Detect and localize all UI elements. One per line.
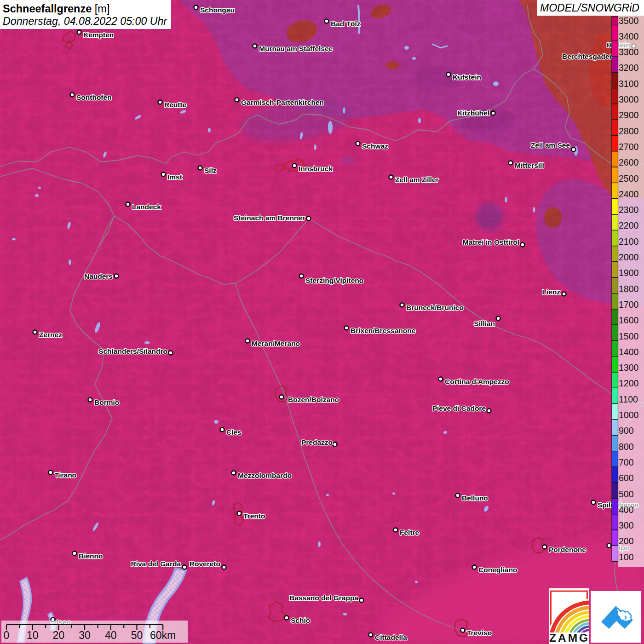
svg-text:600: 600: [619, 473, 634, 483]
svg-text:Nauders: Nauders: [84, 272, 113, 280]
svg-text:2100: 2100: [619, 236, 639, 247]
svg-text:1100: 1100: [619, 394, 638, 404]
svg-text:3300: 3300: [619, 47, 639, 57]
svg-text:Trento: Trento: [243, 512, 265, 520]
svg-text:Belluno: Belluno: [462, 494, 488, 502]
svg-text:Landeck: Landeck: [132, 203, 161, 211]
svg-text:Zernez: Zernez: [39, 331, 62, 339]
svg-text:Berchtesgaden: Berchtesgaden: [562, 52, 614, 60]
svg-text:Silz: Silz: [204, 167, 217, 174]
svg-text:2200: 2200: [619, 220, 639, 230]
svg-text:Reutte: Reutte: [164, 101, 187, 109]
svg-text:Pordenone: Pordenone: [549, 546, 586, 553]
svg-text:Schwaz: Schwaz: [362, 142, 388, 150]
svg-text:Meran/Merano: Meran/Merano: [252, 339, 300, 347]
svg-text:Brixen/Bressanone: Brixen/Bressanone: [351, 327, 416, 334]
svg-text:Sonthofen: Sonthofen: [76, 93, 112, 101]
svg-text:Sillian: Sillian: [474, 320, 495, 328]
svg-text:300: 300: [619, 520, 634, 530]
svg-text:Cittadella: Cittadella: [375, 633, 407, 641]
svg-text:Zell am Ziller: Zell am Ziller: [395, 176, 439, 184]
svg-text:3100: 3100: [619, 79, 639, 89]
svg-text:1700: 1700: [619, 299, 639, 310]
svg-text:1200: 1200: [619, 378, 639, 388]
svg-text:Cles: Cles: [226, 428, 242, 436]
svg-text:Schongau: Schongau: [200, 6, 235, 14]
svg-text:MODEL/SNOWGRiD: MODEL/SNOWGRiD: [540, 2, 639, 14]
svg-text:30: 30: [79, 629, 91, 641]
svg-text:50: 50: [131, 629, 143, 641]
svg-text:400: 400: [619, 505, 634, 515]
svg-text:1900: 1900: [619, 268, 639, 278]
svg-text:Rovereto: Rovereto: [190, 560, 220, 568]
svg-text:0: 0: [4, 629, 10, 641]
svg-text:Imst: Imst: [167, 173, 182, 181]
svg-text:Conegliano: Conegliano: [478, 566, 517, 574]
svg-text:Bruneck/Brunico: Bruneck/Brunico: [406, 304, 464, 311]
svg-text:200: 200: [619, 536, 634, 546]
svg-text:900: 900: [619, 426, 634, 436]
svg-text:Matrei in Osttirol: Matrei in Osttirol: [463, 238, 519, 246]
svg-text:Treviso: Treviso: [467, 629, 492, 637]
svg-text:Kempten: Kempten: [83, 31, 114, 39]
svg-text:3200: 3200: [619, 63, 639, 73]
svg-text:Donnerstag, 04.08.2022 05:00 U: Donnerstag, 04.08.2022 05:00 Uhr: [3, 15, 167, 27]
svg-text:Murnau am Staffelsee: Murnau am Staffelsee: [259, 45, 333, 52]
svg-text:ZAMG: ZAMG: [549, 632, 590, 644]
svg-text:Bozen/Bolzano: Bozen/Bolzano: [288, 396, 339, 403]
svg-text:60km: 60km: [150, 629, 176, 641]
svg-text:Steinach am Brenner: Steinach am Brenner: [234, 214, 305, 222]
svg-text:Feltre: Feltre: [400, 529, 420, 536]
svg-text:1000: 1000: [619, 410, 639, 420]
svg-text:700: 700: [619, 457, 634, 467]
svg-text:1600: 1600: [619, 315, 639, 325]
svg-text:2600: 2600: [619, 157, 639, 167]
svg-text:Predazzo: Predazzo: [301, 438, 333, 446]
svg-text:2000: 2000: [619, 252, 639, 262]
svg-text:Kitzbühel: Kitzbühel: [457, 109, 489, 117]
svg-text:10: 10: [27, 629, 39, 641]
svg-text:Bormio: Bormio: [94, 398, 119, 406]
svg-text:Schlanders/Silandro: Schlanders/Silandro: [98, 347, 167, 355]
svg-text:Schneefallgrenze [m]: Schneefallgrenze [m]: [3, 3, 109, 15]
svg-text:Mezzolombardo: Mezzolombardo: [238, 472, 292, 479]
svg-text:3000: 3000: [619, 94, 639, 104]
svg-text:Innsbruck: Innsbruck: [299, 165, 333, 172]
svg-text:Cortina d'Ampezzo: Cortina d'Ampezzo: [445, 378, 509, 385]
svg-text:Bassano del Grappa: Bassano del Grappa: [289, 594, 358, 602]
svg-text:Schio: Schio: [291, 616, 310, 624]
svg-text:Pieve di Cadore: Pieve di Cadore: [432, 404, 486, 412]
svg-text:Kufstein: Kufstein: [453, 73, 481, 81]
svg-text:Zell am See: Zell am See: [531, 141, 570, 149]
svg-text:2500: 2500: [619, 173, 639, 184]
svg-text:2400: 2400: [619, 189, 639, 199]
svg-text:Mittersill: Mittersill: [515, 161, 544, 169]
svg-text:40: 40: [105, 629, 117, 641]
svg-text:2300: 2300: [619, 205, 639, 215]
svg-text:Lienz: Lienz: [542, 288, 560, 296]
svg-text:2700: 2700: [619, 142, 639, 152]
svg-text:800: 800: [619, 442, 634, 452]
svg-text:1800: 1800: [619, 284, 639, 294]
svg-text:500: 500: [619, 489, 634, 499]
svg-text:Riva del Garda: Riva del Garda: [131, 560, 181, 568]
svg-text:100: 100: [619, 552, 634, 562]
svg-text:3500: 3500: [619, 16, 639, 26]
svg-text:2800: 2800: [619, 126, 639, 136]
svg-text:Tirano: Tirano: [55, 471, 76, 479]
svg-text:Garmisch-Partenkirchen: Garmisch-Partenkirchen: [241, 98, 324, 106]
svg-text:Sterzing/Vipiteno: Sterzing/Vipiteno: [305, 276, 363, 284]
svg-text:Bienno: Bienno: [79, 552, 103, 560]
svg-text:1300: 1300: [619, 362, 639, 373]
svg-text:20: 20: [53, 629, 65, 641]
svg-text:1400: 1400: [619, 347, 639, 357]
svg-text:3400: 3400: [619, 31, 639, 41]
svg-text:1500: 1500: [619, 331, 639, 341]
svg-text:2900: 2900: [619, 110, 639, 120]
svg-text:Bad Tölz: Bad Tölz: [331, 20, 361, 28]
